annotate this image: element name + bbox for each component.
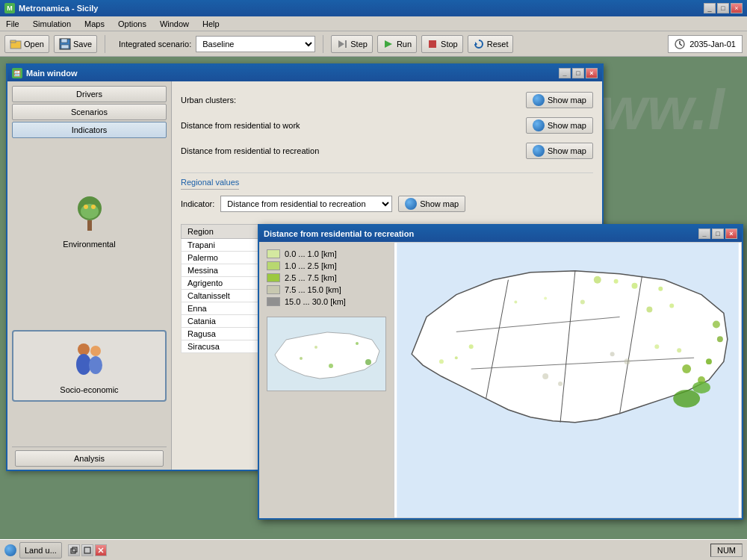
menu-options[interactable]: Options bbox=[115, 19, 149, 29]
menu-bar: File Simulation Maps Options Window Help bbox=[0, 16, 747, 31]
analysis-button[interactable]: Analysis bbox=[15, 450, 164, 467]
distance-window-title: Distance from residential to recreation bbox=[264, 229, 414, 238]
svg-marker-5 bbox=[338, 40, 344, 48]
svg-point-59 bbox=[654, 344, 659, 349]
show-map-urban-btn[interactable]: Show map bbox=[526, 92, 593, 108]
taskbar-min-btn[interactable] bbox=[81, 544, 93, 556]
open-label: Open bbox=[24, 40, 44, 49]
sidebar-bottom: Analysis bbox=[12, 447, 167, 470]
taskbar-controls bbox=[68, 544, 107, 556]
legend-color-box bbox=[267, 273, 280, 282]
show-map-work-btn[interactable]: Show map bbox=[526, 117, 593, 134]
svg-point-50 bbox=[514, 301, 517, 304]
maximize-btn[interactable]: □ bbox=[717, 3, 729, 13]
legend-item: 7.5 ... 15.0 [km] bbox=[267, 285, 386, 294]
environmental-category[interactable]: Environmental bbox=[12, 184, 167, 256]
main-window-title-bar: 🪟 Main window _ □ × bbox=[7, 65, 602, 81]
svg-rect-13 bbox=[87, 220, 92, 231]
urban-clusters-label: Urban clusters: bbox=[181, 96, 520, 105]
svg-point-17 bbox=[91, 205, 96, 209]
svg-point-24 bbox=[356, 342, 359, 345]
stop-button[interactable]: Stop bbox=[421, 35, 463, 53]
scenario-select[interactable]: Baseline bbox=[196, 36, 315, 52]
show-map-work-label: Show map bbox=[548, 121, 586, 130]
svg-point-20 bbox=[90, 346, 101, 356]
svg-marker-9 bbox=[475, 42, 477, 46]
show-map-recreation-btn[interactable]: Show map bbox=[526, 143, 593, 159]
indicator-select-row: Indicator: Distance from residential to … bbox=[181, 196, 593, 212]
main-maximize-btn[interactable]: □ bbox=[572, 68, 584, 78]
svg-point-27 bbox=[365, 359, 371, 365]
step-button[interactable]: Step bbox=[331, 35, 373, 53]
scenarios-button[interactable]: Scenarios bbox=[12, 104, 167, 120]
show-map-regional-btn[interactable]: Show map bbox=[398, 196, 465, 212]
reset-button[interactable]: Reset bbox=[468, 35, 514, 53]
open-button[interactable]: Open bbox=[4, 35, 49, 53]
indicators-button[interactable]: Indicators bbox=[12, 122, 167, 138]
close-btn[interactable]: × bbox=[731, 3, 743, 13]
main-close-btn[interactable]: × bbox=[586, 68, 598, 78]
taskbar-icon bbox=[4, 544, 16, 556]
distance-recreation-label: Distance from residential to recreation bbox=[181, 146, 520, 155]
menu-maps[interactable]: Maps bbox=[81, 19, 108, 29]
svg-point-60 bbox=[677, 348, 681, 352]
svg-point-46 bbox=[673, 390, 700, 408]
svg-point-15 bbox=[81, 204, 99, 219]
taskbar-item[interactable]: Land u... bbox=[19, 542, 62, 559]
svg-point-25 bbox=[329, 364, 333, 368]
socio-economic-category[interactable]: Socio-economic bbox=[12, 330, 167, 402]
legend-item: 1.0 ... 2.5 [km] bbox=[267, 261, 386, 270]
drivers-button[interactable]: Drivers bbox=[12, 86, 167, 102]
svg-rect-1 bbox=[10, 40, 16, 43]
menu-window[interactable]: Window bbox=[157, 19, 192, 29]
distance-window-controls: _ □ × bbox=[698, 228, 737, 239]
environmental-icon bbox=[67, 192, 112, 237]
dist-minimize-btn[interactable]: _ bbox=[698, 228, 710, 239]
legend-label: 1.0 ... 2.5 [km] bbox=[285, 261, 337, 270]
save-label: Save bbox=[73, 40, 92, 49]
datetime-display: 2035-Jan-01 bbox=[668, 35, 743, 53]
main-window-controls: _ □ × bbox=[559, 68, 598, 78]
svg-point-49 bbox=[558, 382, 562, 386]
svg-point-26 bbox=[300, 357, 303, 360]
svg-point-54 bbox=[669, 304, 674, 308]
taskbar-restore-btn[interactable] bbox=[68, 544, 80, 556]
svg-rect-3 bbox=[61, 39, 67, 43]
menu-help[interactable]: Help bbox=[199, 19, 223, 29]
indicator-select[interactable]: Distance from residential to recreation bbox=[220, 196, 392, 212]
svg-point-19 bbox=[76, 354, 91, 375]
legend-label: 2.5 ... 7.5 [km] bbox=[285, 273, 337, 282]
socio-economic-icon bbox=[67, 337, 112, 382]
minimize-btn[interactable]: _ bbox=[704, 3, 716, 13]
main-minimize-btn[interactable]: _ bbox=[559, 68, 571, 78]
legend-item: 0.0 ... 1.0 [km] bbox=[267, 249, 386, 258]
environmental-label: Environmental bbox=[63, 240, 115, 249]
regional-values-header: Regional values bbox=[181, 178, 239, 190]
taskbar-close-btn[interactable] bbox=[95, 544, 107, 556]
dist-maximize-btn[interactable]: □ bbox=[712, 228, 724, 239]
dist-close-btn[interactable]: × bbox=[725, 228, 737, 239]
svg-point-16 bbox=[84, 205, 88, 209]
save-button[interactable]: Save bbox=[54, 35, 97, 53]
run-icon bbox=[382, 38, 394, 50]
separator-1 bbox=[105, 35, 105, 53]
menu-file[interactable]: File bbox=[3, 19, 22, 29]
window-icon: 🪟 bbox=[12, 68, 22, 78]
svg-point-38 bbox=[614, 279, 619, 284]
svg-rect-61 bbox=[71, 549, 75, 553]
svg-point-18 bbox=[78, 343, 90, 355]
legend-color-box bbox=[267, 261, 280, 270]
globe-icon-regional bbox=[405, 198, 417, 210]
svg-point-39 bbox=[594, 276, 601, 284]
globe-icon-1 bbox=[533, 119, 545, 131]
indicator-row-urban: Urban clusters: Show map bbox=[181, 90, 593, 110]
svg-rect-8 bbox=[429, 40, 436, 48]
menu-simulation[interactable]: Simulation bbox=[30, 19, 74, 29]
run-button[interactable]: Run bbox=[377, 35, 417, 53]
app-title: Metronamica - Sicily bbox=[19, 4, 98, 13]
svg-point-28 bbox=[314, 346, 317, 349]
legend-color-box bbox=[267, 297, 280, 306]
svg-point-42 bbox=[706, 358, 712, 364]
indicator-select-label: Indicator: bbox=[181, 199, 214, 208]
indicator-row-work: Distance from residential to work Show m… bbox=[181, 116, 593, 135]
